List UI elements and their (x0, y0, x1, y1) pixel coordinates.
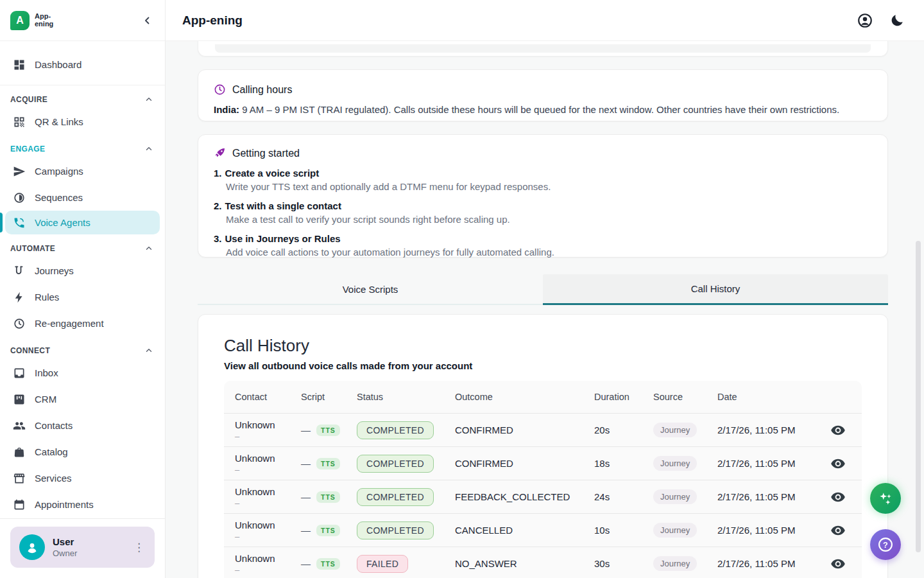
section-connect[interactable]: CONNECT (0, 337, 165, 360)
kanban-icon (13, 393, 26, 406)
sidebar-item-voice-agents[interactable]: Voice Agents (5, 211, 160, 234)
user-avatar (19, 534, 45, 560)
top-header: App-ening (166, 0, 924, 41)
tab-bar: Voice Scripts Call History (198, 274, 888, 305)
main-area: App-ening Calling hours India: 9 AM – 9 … (166, 0, 924, 578)
getting-started-title: Getting started (232, 148, 300, 159)
step-description: Make a test call to verify your script s… (226, 214, 872, 225)
ai-assistant-button[interactable] (870, 483, 901, 514)
column-header: Duration (594, 392, 653, 402)
question-mark-icon: ? (877, 536, 894, 554)
logo-icon: A (10, 11, 30, 30)
tab-call-history[interactable]: Call History (543, 274, 888, 305)
date-value: 2/17/26, 11:05 PM (717, 458, 814, 469)
source-badge: Journey (653, 523, 697, 538)
section-engage[interactable]: ENGAGE (0, 135, 165, 158)
dark-mode-moon-icon[interactable] (888, 12, 906, 30)
sidebar-collapse-icon[interactable] (142, 15, 153, 26)
sidebar-item-crm[interactable]: CRM (0, 386, 165, 412)
call-history-card: Call History View all outbound voice cal… (198, 314, 888, 578)
section-acquire[interactable]: ACQUIRE (0, 85, 165, 109)
account-icon[interactable] (856, 12, 874, 30)
logo-text: App- ening (35, 13, 53, 28)
sidebar-item-rules[interactable]: Rules (0, 284, 165, 310)
view-call-eye-icon[interactable] (830, 523, 846, 538)
outcome-value: CANCELLED (455, 525, 594, 536)
getting-started-step: 1.Create a voice script Write your TTS t… (214, 168, 872, 192)
script-dash: — (301, 558, 311, 569)
script-dash: — (301, 458, 311, 469)
send-icon (13, 165, 26, 178)
table-row: Unknown – — TTS COMPLETED CONFIRMED 20s … (224, 413, 862, 446)
tts-badge: TTS (316, 458, 340, 469)
outcome-value: NO_ANSWER (455, 558, 594, 569)
status-badge: COMPLETED (357, 521, 434, 539)
getting-started-card: Getting started 1.Create a voice script … (198, 134, 888, 258)
chevron-up-icon (144, 95, 153, 104)
section-automate[interactable]: AUTOMATE (0, 234, 165, 258)
call-history-title: Call History (224, 336, 862, 356)
duration-value: 18s (594, 458, 653, 469)
svg-text:?: ? (883, 540, 888, 550)
sidebar-item-qr-links[interactable]: QR & Links (0, 109, 165, 135)
chevron-up-icon (144, 346, 153, 355)
view-call-eye-icon[interactable] (830, 489, 846, 505)
sidebar-item-catalog[interactable]: Catalog (0, 439, 165, 465)
logo-text-line1: App- (35, 13, 53, 21)
tab-voice-scripts[interactable]: Voice Scripts (198, 274, 543, 305)
view-call-eye-icon[interactable] (830, 556, 846, 572)
date-value: 2/17/26, 11:05 PM (717, 425, 814, 435)
contact-name: Unknown (235, 553, 301, 564)
sidebar-item-label: Journeys (35, 265, 74, 276)
duration-value: 10s (594, 525, 653, 536)
script-dash: — (301, 425, 311, 435)
view-call-eye-icon[interactable] (830, 423, 846, 438)
chevron-up-icon (144, 144, 153, 153)
sidebar-item-label: Sequences (35, 192, 83, 203)
duration-value: 30s (594, 558, 653, 569)
sidebar-item-campaigns[interactable]: Campaigns (0, 158, 165, 184)
help-button[interactable]: ? (870, 529, 901, 560)
page-scrollbar-thumb[interactable] (916, 241, 921, 552)
user-menu-icon[interactable]: ⋮ (130, 539, 148, 556)
column-header: Contact (224, 392, 301, 402)
sidebar-item-dashboard[interactable]: Dashboard (0, 51, 165, 78)
sidebar-item-contacts[interactable]: Contacts (0, 412, 165, 439)
status-badge: COMPLETED (357, 455, 434, 473)
sidebar-item-appointments[interactable]: Appointments (0, 491, 165, 518)
sidebar-item-re-engagement[interactable]: Re-engagement (0, 310, 165, 337)
sidebar-item-sequences[interactable]: Sequences (0, 184, 165, 211)
script-dash: — (301, 525, 311, 536)
half-circle-icon (13, 191, 26, 204)
bolt-icon (13, 291, 26, 304)
step-number: 2. (214, 200, 222, 211)
user-role: Owner (53, 548, 122, 558)
sidebar-item-services[interactable]: Services (0, 465, 165, 491)
country-label: India: (214, 104, 239, 115)
column-header: Script (301, 392, 357, 402)
content-scroll-area[interactable]: Calling hours India: 9 AM – 9 PM IST (TR… (166, 41, 924, 578)
step-title: Create a voice script (225, 168, 320, 179)
sidebar-header: A App- ening (0, 0, 165, 41)
status-badge: FAILED (357, 555, 408, 573)
outcome-value: FEEDBACK_COLLECTED (455, 491, 594, 502)
bag-icon (13, 446, 26, 459)
user-card[interactable]: User Owner ⋮ (10, 527, 155, 568)
call-history-subtitle: View all outbound voice calls made from … (224, 360, 862, 371)
calendar-icon (13, 498, 26, 511)
outcome-value: CONFIRMED (455, 425, 594, 435)
sidebar-item-journeys[interactable]: Journeys (0, 258, 165, 284)
call-history-table: Contact Script Status Outcome Duration S… (224, 381, 862, 578)
sidebar-item-inbox[interactable]: Inbox (0, 360, 165, 386)
tts-badge: TTS (316, 558, 340, 570)
storefront-icon (13, 472, 26, 485)
view-call-eye-icon[interactable] (830, 456, 846, 471)
user-name: User (53, 536, 122, 547)
contact-subtext: – (235, 565, 301, 575)
sidebar-item-label: Rules (35, 292, 59, 302)
status-badge: COMPLETED (357, 488, 434, 506)
step-title: Use in Journeys or Rules (225, 233, 341, 244)
sidebar-item-label: CRM (35, 394, 56, 405)
dashboard-icon (13, 58, 26, 71)
column-header: Source (653, 392, 717, 402)
